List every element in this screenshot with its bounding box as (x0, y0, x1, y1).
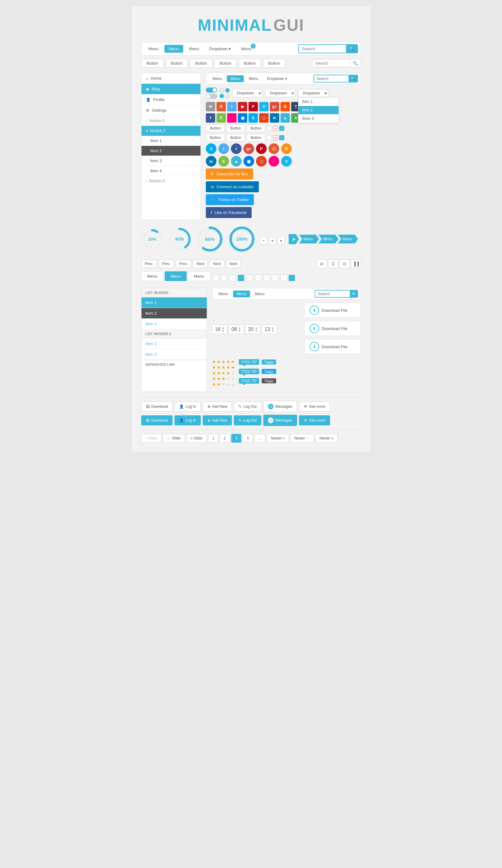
social-fb-icon[interactable]: f (206, 113, 215, 123)
mini-pag-3-prev[interactable]: ‹ (247, 275, 253, 281)
inner-nav-search-input[interactable] (314, 75, 349, 82)
mini-pag-4-prev[interactable]: ‹ (264, 275, 270, 281)
inner-nav-search-btn[interactable]: 🔍 (349, 75, 357, 82)
mini-pag-2-next[interactable]: › (238, 275, 244, 281)
pag-newer-3[interactable]: Newer » (315, 434, 338, 443)
menu-tab-3[interactable]: Menu (188, 271, 210, 281)
nav-menu-2-active[interactable]: Menu (164, 45, 184, 53)
radio-3[interactable] (219, 94, 224, 98)
prev-2[interactable]: Prev. (158, 260, 174, 268)
radio-1[interactable] (219, 88, 224, 93)
sidebar-subitem-3[interactable]: Item 3 (142, 156, 201, 166)
dropdown-item-3[interactable]: Itrem 3 (298, 114, 339, 123)
inner-nav-menu-2[interactable]: Menu (227, 75, 244, 82)
nav-menu-1[interactable]: Menu (144, 45, 163, 53)
time-down-3[interactable]: ▼ (255, 329, 258, 332)
social-blog-icon[interactable]: B (280, 102, 290, 111)
mini-pag-5-next[interactable]: › (289, 275, 295, 281)
btn-sm-5[interactable]: Button (226, 134, 245, 142)
social-arrow-icon[interactable]: ▲ (280, 113, 290, 123)
addnew-action-btn-1[interactable]: ⊕ Add New (203, 402, 232, 412)
seemore-action-btn-2[interactable]: 👁 See more (299, 415, 330, 425)
table-view-icon[interactable]: ⊟ (339, 259, 349, 268)
list-item-2-1[interactable]: Item 1 (142, 339, 207, 349)
nav-menu-3[interactable]: Menu (184, 45, 204, 53)
pag-newer-2[interactable]: Newer → (290, 434, 314, 443)
social-skype-icon[interactable]: S (248, 113, 258, 123)
tooltip-1[interactable]: TOOL TIP (239, 359, 259, 365)
radio-2[interactable] (225, 88, 230, 93)
list-item-1-3[interactable]: Item 3 (142, 319, 207, 329)
list-item-1-1[interactable]: Item 1 (142, 297, 207, 308)
circle-evernote[interactable]: E (218, 156, 229, 167)
btn-sm-1[interactable]: Button (206, 125, 225, 132)
breadcrumb-arrow-start[interactable]: ➤ (289, 234, 299, 244)
btn-5[interactable]: Button (238, 59, 261, 68)
social-twitter-icon[interactable]: t (227, 102, 237, 111)
circle-skype[interactable]: S (206, 143, 216, 154)
pag-1[interactable]: 1 (208, 434, 218, 443)
top-nav-search-button[interactable]: 🔍 (346, 45, 357, 53)
inner-nav2-search-btn[interactable]: ⚙ (350, 290, 357, 297)
download-file-btn-1[interactable]: ⬇ Download File (304, 303, 361, 318)
btn-4[interactable]: Button (214, 59, 237, 68)
nav-dropdown[interactable]: Dropdown ▾ (205, 45, 236, 53)
next-1[interactable]: Next (193, 260, 208, 268)
seemore-action-btn-1[interactable]: 👁 See more (299, 402, 330, 412)
grid-view-icon[interactable]: ⊞ (317, 259, 327, 268)
download-file-btn-2[interactable]: ⬇ Download File (304, 321, 361, 336)
top-nav-search-input[interactable] (299, 45, 346, 52)
toggle-2[interactable] (206, 94, 217, 99)
cb-cross-2[interactable]: ✕ (273, 135, 278, 140)
social-email-icon[interactable]: ✉ (206, 102, 215, 111)
list-item-1-2[interactable]: Item 2 (142, 308, 207, 319)
download-action-btn-2[interactable]: ⏻ Download (141, 415, 173, 425)
pag-2[interactable]: 2 (219, 434, 230, 443)
close-btn[interactable]: × (277, 237, 285, 244)
btn-sm-3[interactable]: Button (246, 125, 265, 132)
social-yt-icon[interactable]: ▶ (238, 102, 247, 111)
social-rss-icon[interactable]: R (216, 102, 226, 111)
mini-pag-5-prev[interactable]: ‹ (280, 275, 287, 281)
twitter-follow-btn[interactable]: 🐦 Follow on Twitter (206, 194, 254, 205)
mini-pag-2-prev[interactable]: ‹ (230, 275, 236, 281)
pag-older-1[interactable]: « Older (141, 434, 162, 443)
plus-btn[interactable]: + (268, 237, 276, 244)
social-gplus-icon[interactable]: g+ (270, 102, 279, 111)
tooltip-2[interactable]: TOOL TIP (239, 369, 259, 374)
pag-4[interactable]: 4 (243, 434, 253, 443)
social-flickr-icon[interactable]: · (227, 113, 237, 123)
btn-3[interactable]: Button (190, 59, 212, 68)
tag-2[interactable]: Taggy (262, 369, 276, 374)
rss-subscribe-btn[interactable]: R Subscribe by Rss (206, 168, 253, 179)
time-up-1[interactable]: ▲ (222, 326, 225, 329)
btn-2[interactable]: Button (166, 59, 188, 68)
barcode-view-icon[interactable]: ▐▐ (351, 259, 361, 268)
dropdown-3[interactable]: Dropdown (298, 89, 328, 97)
time-down-1[interactable]: ▼ (222, 329, 225, 332)
cb-empty-1[interactable] (267, 126, 272, 131)
circle-linkedin[interactable]: in (206, 156, 216, 167)
dropdown-item-1[interactable]: Item 1 (298, 97, 339, 106)
inner-nav-menu-3[interactable]: Menu (245, 75, 262, 82)
sidebar-section-1[interactable]: › Section 1 (142, 116, 201, 126)
pag-ellipsis[interactable]: ... (254, 434, 265, 443)
inner-nav2-menu-2[interactable]: Menu (233, 290, 250, 297)
minus-btn[interactable]: − (260, 237, 267, 244)
button-row-search-input[interactable] (312, 60, 350, 67)
dropdown-item-2[interactable]: Item 2 (298, 106, 339, 114)
social-linkedin-icon[interactable]: in (270, 113, 279, 123)
btn-sm-6[interactable]: Button (246, 134, 265, 142)
nav-menu-badge[interactable]: Menu2 (237, 45, 256, 53)
inner-nav-dropdown[interactable]: Dropdown ▾ (263, 75, 291, 82)
sidebar-item-profile[interactable]: 👤 Profile (142, 94, 201, 105)
btn-sm-4[interactable]: Button (206, 134, 225, 142)
cb-cross-1[interactable]: ✕ (273, 126, 278, 131)
menu-tab-2[interactable]: Menu (165, 271, 187, 281)
circle-flickr[interactable]: · (268, 156, 279, 167)
pag-older-2[interactable]: ← Older (163, 434, 185, 443)
addnew-action-btn-2[interactable]: ⊕ Add New (203, 415, 232, 425)
list-item-2-2[interactable]: Item 2 (142, 349, 207, 360)
logout-action-btn-2[interactable]: ✎ Log Out (234, 415, 262, 425)
dropdown-1[interactable]: Dropdown (232, 89, 263, 97)
